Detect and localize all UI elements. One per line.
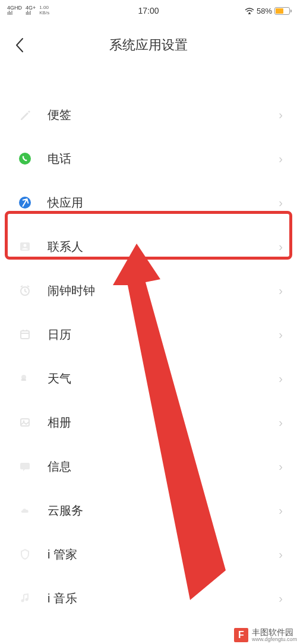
watermark: F 丰图软件园 www.dgfengtu.com — [230, 627, 297, 644]
speed-unit: KB/s — [39, 11, 49, 16]
item-label: 信息 — [48, 459, 279, 475]
svg-point-1 — [19, 153, 31, 165]
weather-icon — [17, 370, 33, 387]
item-label: 快应用 — [48, 195, 279, 211]
battery-icon — [274, 7, 290, 15]
chevron-right-icon: › — [279, 372, 283, 386]
item-label: 便签 — [48, 107, 279, 123]
chevron-right-icon: › — [279, 504, 283, 517]
signal-2: 4G+ ılıl — [26, 5, 36, 16]
signal-1-bars: ılıl — [7, 11, 12, 16]
watermark-name: 丰图软件园 — [252, 628, 297, 637]
svg-point-0 — [249, 12, 251, 14]
battery-fill — [276, 8, 283, 14]
quickapp-icon — [17, 194, 33, 211]
item-label: 天气 — [48, 371, 279, 387]
chevron-right-icon: › — [279, 328, 283, 342]
item-label: i 音乐 — [48, 591, 279, 607]
cloud-icon — [17, 502, 33, 519]
music-icon — [17, 590, 33, 607]
list-item-quickapp[interactable]: 快应用 › — [0, 181, 297, 225]
list-item-cloud[interactable]: 云服务 › — [0, 488, 297, 532]
notes-icon — [17, 106, 33, 123]
list-item-calendar[interactable]: 日历 › — [0, 312, 297, 356]
chevron-right-icon: › — [279, 108, 283, 122]
phone-icon — [17, 150, 33, 167]
wifi-icon — [245, 7, 254, 14]
page-header: 系统应用设置 — [0, 27, 297, 63]
chevron-right-icon: › — [279, 548, 283, 561]
list-item-notes[interactable]: 便签 › — [0, 93, 297, 137]
item-label: 闹钟时钟 — [48, 283, 279, 299]
item-label: 联系人 — [48, 239, 279, 255]
shield-icon — [17, 546, 33, 563]
chevron-right-icon: › — [279, 284, 283, 298]
back-button[interactable] — [11, 36, 29, 54]
status-time: 17:00 — [138, 6, 159, 15]
signal-2-bars: ılıl — [26, 11, 31, 16]
item-label: 云服务 — [48, 503, 279, 519]
page-title: 系统应用设置 — [109, 36, 188, 54]
svg-point-11 — [26, 598, 29, 601]
list-item-imanager[interactable]: i 管家 › — [0, 532, 297, 576]
chevron-right-icon: › — [279, 196, 283, 210]
list-item-gallery[interactable]: 相册 › — [0, 400, 297, 444]
chevron-right-icon: › — [279, 240, 283, 254]
list-item-weather[interactable]: 天气 › — [0, 356, 297, 400]
list-item-alarm[interactable]: 闹钟时钟 › — [0, 269, 297, 312]
list-item-contacts[interactable]: 联系人 › — [0, 225, 297, 269]
item-label: i 管家 — [48, 547, 279, 563]
chevron-right-icon: › — [279, 460, 283, 473]
svg-point-10 — [21, 599, 24, 602]
item-label: 相册 — [48, 415, 279, 431]
list-item-phone[interactable]: 电话 › — [0, 137, 297, 181]
svg-point-4 — [24, 244, 27, 247]
watermark-text: 丰图软件园 www.dgfengtu.com — [252, 628, 297, 643]
signal-1: 4GHD ılıl — [7, 5, 22, 16]
net-speed: 1.00 KB/s — [39, 5, 49, 16]
list-item-imusic[interactable]: i 音乐 › — [0, 576, 297, 620]
svg-rect-6 — [21, 331, 29, 339]
status-bar: 4GHD ılıl 4G+ ılıl 1.00 KB/s 17:00 58% — [0, 0, 297, 21]
alarm-icon — [17, 282, 33, 299]
list-item-messages[interactable]: 信息 › — [0, 444, 297, 488]
chevron-right-icon: › — [279, 416, 283, 430]
chevron-right-icon: › — [279, 152, 283, 166]
status-left: 4GHD ılıl 4G+ ılıl 1.00 KB/s — [7, 5, 49, 16]
battery-percent: 58% — [257, 7, 272, 15]
back-icon — [15, 37, 24, 53]
messages-icon — [17, 458, 33, 475]
contacts-icon — [17, 238, 33, 255]
settings-list: 便签 › 电话 › 快应用 › 联系人 › 闹钟时钟 › 日历 › — [0, 93, 297, 620]
status-right: 58% — [245, 7, 290, 15]
gallery-icon — [17, 414, 33, 431]
watermark-url: www.dgfengtu.com — [252, 637, 297, 643]
watermark-logo: F — [234, 628, 248, 642]
item-label: 电话 — [48, 151, 279, 167]
chevron-right-icon: › — [279, 592, 283, 605]
calendar-icon — [17, 326, 33, 343]
item-label: 日历 — [48, 327, 279, 343]
